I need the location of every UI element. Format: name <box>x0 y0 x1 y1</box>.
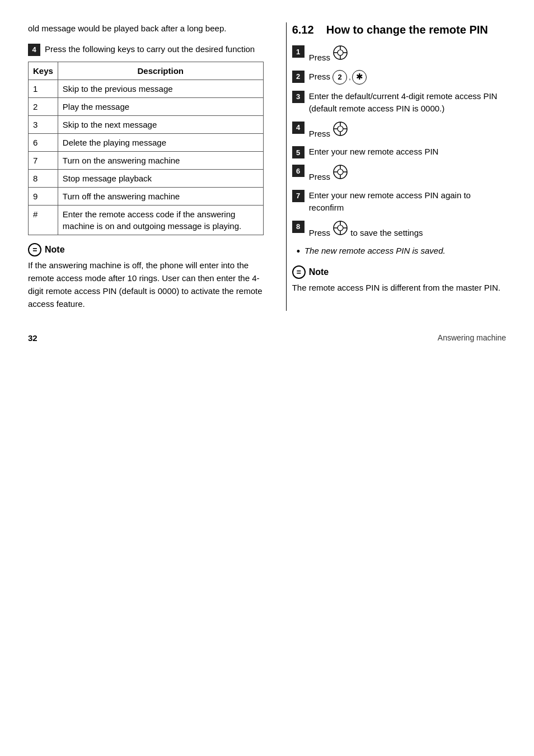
right-note-body: The remote access PIN is different from … <box>292 281 506 294</box>
key-cell: 3 <box>29 115 58 133</box>
right-step-text: Press to save the settings <box>309 220 423 240</box>
right-step-text: Press 2 , ✱ <box>309 70 367 85</box>
step-4-item: 4 Press the following keys to carry out … <box>28 43 264 56</box>
left-note-title: = Note <box>28 243 264 256</box>
right-step-badge: 7 <box>292 190 305 202</box>
table-row: 7Turn on the answering machine <box>29 151 264 169</box>
desc-cell: Turn off the answering machine <box>58 187 263 205</box>
key-cell: 8 <box>29 169 58 187</box>
right-step-item: 7Enter your new remote access PIN again … <box>292 189 506 214</box>
table-row: 2Play the message <box>29 97 264 115</box>
table-row: 1Skip to the previous message <box>29 80 264 97</box>
right-step-text: Press <box>309 45 349 64</box>
col-keys-header: Keys <box>29 62 58 80</box>
bullet-dot: • <box>297 246 300 256</box>
step-4-badge: 4 <box>28 44 40 56</box>
key-cell: # <box>29 205 58 235</box>
bullet-item: • The new remote access PIN is saved. <box>297 245 506 258</box>
section-number: 6.12 <box>292 24 314 36</box>
left-note: = Note If the answering machine is off, … <box>28 243 264 311</box>
section-title: 6.12 How to change the remote PIN <box>292 22 506 37</box>
svg-point-7 <box>338 126 343 132</box>
table-row: #Enter the remote access code if the ans… <box>29 205 264 235</box>
note-icon: = <box>28 243 41 256</box>
right-step-item: 4Press <box>292 121 506 141</box>
svg-point-13 <box>338 169 343 175</box>
right-step-item: 3Enter the default/current 4-digit remot… <box>292 90 506 115</box>
page-category: Answering machine <box>438 333 506 342</box>
right-step-badge: 6 <box>292 165 305 177</box>
page-footer: 32 Answering machine <box>28 333 506 343</box>
right-steps: 1Press 2Press 2 , ✱ 3Enter the default/c… <box>292 45 506 239</box>
left-column: old message would be played back after a… <box>28 22 269 311</box>
right-step-text: Press <box>309 121 349 141</box>
right-step-item: 1Press <box>292 45 506 64</box>
right-step-text: Press <box>309 164 349 184</box>
right-note-title: = Note <box>292 265 506 279</box>
intro-text: old message would be played back after a… <box>28 22 264 35</box>
section-title-text: How to change the remote PIN <box>326 24 488 36</box>
key-cell: 7 <box>29 151 58 169</box>
desc-cell: Play the message <box>58 97 263 115</box>
right-step-badge: 2 <box>292 71 305 83</box>
right-step-text: Enter the default/current 4-digit remote… <box>309 90 506 115</box>
key-cell: 6 <box>29 133 58 151</box>
key-cell: 1 <box>29 80 58 97</box>
desc-cell: Skip to the previous message <box>58 80 263 97</box>
right-step-badge: 8 <box>292 221 305 233</box>
keys-table: Keys Description 1Skip to the previous m… <box>28 62 264 235</box>
desc-cell: Turn on the answering machine <box>58 151 263 169</box>
right-step-badge: 5 <box>292 146 305 158</box>
left-note-body: If the answering machine is off, the pho… <box>28 259 264 311</box>
right-step-badge: 1 <box>292 45 305 58</box>
table-row: 3Skip to the next message <box>29 115 264 133</box>
right-step-badge: 3 <box>292 91 305 103</box>
col-desc-header: Description <box>58 62 263 80</box>
table-row: 8Stop message playback <box>29 169 264 187</box>
step-4-text: Press the following keys to carry out th… <box>45 43 255 56</box>
desc-cell: Enter the remote access code if the answ… <box>58 205 263 235</box>
right-step-item: 2Press 2 , ✱ <box>292 70 506 85</box>
right-step-badge: 4 <box>292 122 305 134</box>
key-cell: 2 <box>29 97 58 115</box>
right-column: 6.12 How to change the remote PIN 1Press… <box>286 22 506 311</box>
right-note-icon: = <box>292 265 306 279</box>
right-step-item: 8Press to save the settings <box>292 220 506 240</box>
desc-cell: Skip to the next message <box>58 115 263 133</box>
table-row: 9Turn off the answering machine <box>29 187 264 205</box>
key-cell: 9 <box>29 187 58 205</box>
right-step-text: Enter your new remote access PIN again t… <box>309 189 506 214</box>
desc-cell: Stop message playback <box>58 169 263 187</box>
page-number: 32 <box>28 333 38 343</box>
bullet-text: The new remote access PIN is saved. <box>305 245 446 258</box>
right-step-item: 5Enter your new remote access PIN <box>292 146 506 158</box>
svg-point-19 <box>338 225 343 231</box>
right-step-text: Enter your new remote access PIN <box>309 146 439 158</box>
right-step-item: 6Press <box>292 164 506 184</box>
desc-cell: Delete the playing message <box>58 133 263 151</box>
right-note: = Note The remote access PIN is differen… <box>292 265 506 294</box>
table-row: 6Delete the playing message <box>29 133 264 151</box>
svg-point-1 <box>338 50 343 55</box>
left-note-label: Note <box>45 245 65 255</box>
right-note-label: Note <box>309 267 329 277</box>
